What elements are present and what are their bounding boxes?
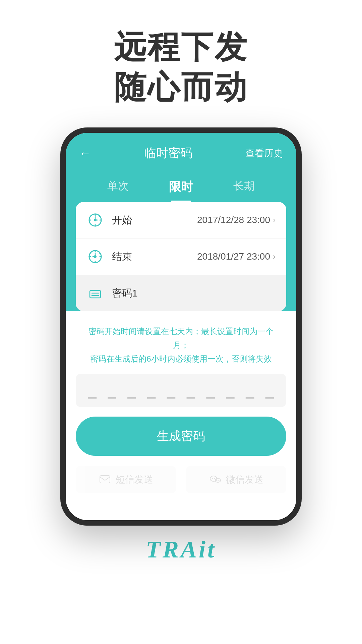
header-title: 临时密码 <box>144 145 192 161</box>
hero-title: 远程下发 随心而动 <box>114 27 248 107</box>
start-label: 开始 <box>112 213 197 227</box>
start-row[interactable]: 开始 2017/12/28 23:00 › <box>76 202 286 238</box>
pw-digit-8: _ <box>221 383 240 398</box>
brand-name: TRAit <box>146 536 216 564</box>
history-button[interactable]: 查看历史 <box>245 147 283 160</box>
pw-digit-9: _ <box>240 383 260 398</box>
svg-point-22 <box>212 478 213 479</box>
phone-shell: ← 临时密码 查看历史 单次 限时 长期 <box>60 127 302 526</box>
hero-line1: 远程下发 <box>114 27 248 67</box>
pw-digit-10: _ <box>260 383 280 398</box>
password-icon <box>86 284 104 302</box>
phone-inner: ← 临时密码 查看历史 单次 限时 长期 <box>66 133 296 520</box>
svg-point-25 <box>218 480 219 481</box>
sms-share-button[interactable]: 短信发送 <box>76 466 176 493</box>
start-value: 2017/12/28 23:00 <box>197 215 270 225</box>
end-value: 2018/01/27 23:00 <box>197 251 270 262</box>
hero-line2: 随心而动 <box>114 67 248 107</box>
tab-single[interactable]: 单次 <box>87 173 149 202</box>
phone-mockup: ← 临时密码 查看历史 单次 限时 长期 <box>60 127 302 526</box>
svg-rect-19 <box>100 476 110 483</box>
pw-digit-3: _ <box>122 383 142 398</box>
back-button[interactable]: ← <box>79 147 91 159</box>
app-header: ← 临时密码 查看历史 <box>66 133 296 169</box>
tab-limited[interactable]: 限时 <box>149 173 213 202</box>
svg-rect-16 <box>90 290 101 298</box>
password-display: _ _ _ _ _ _ _ _ _ _ <box>76 374 286 407</box>
brand-footer: TRAit <box>146 536 216 564</box>
pw-digit-1: _ <box>82 383 102 398</box>
end-icon <box>86 248 104 265</box>
wechat-label: 微信发送 <box>226 473 263 486</box>
wechat-share-button[interactable]: 微信发送 <box>186 466 286 493</box>
password-row[interactable]: 密码1 <box>76 275 286 311</box>
sms-label: 短信发送 <box>116 473 153 486</box>
pw-digit-6: _ <box>181 383 201 398</box>
end-row[interactable]: 结束 2018/01/27 23:00 › <box>76 238 286 275</box>
page-wrapper: 远程下发 随心而动 ← 临时密码 查看历史 单次 <box>0 0 362 644</box>
end-chevron: › <box>273 252 276 261</box>
end-label: 结束 <box>112 250 197 264</box>
pw-digit-2: _ <box>102 383 122 398</box>
tabs-row: 单次 限时 长期 <box>66 169 296 202</box>
app-ui: ← 临时密码 查看历史 单次 限时 长期 <box>66 133 296 520</box>
tab-long[interactable]: 长期 <box>213 173 275 202</box>
svg-point-23 <box>214 478 215 479</box>
pw-digit-4: _ <box>141 383 161 398</box>
generate-button[interactable]: 生成密码 <box>76 417 286 456</box>
card-area: 开始 2017/12/28 23:00 › <box>66 202 296 311</box>
body-section: 密码开始时间请设置在七天内；最长设置时间为一个月；密码在生成后的6小时内必须使用… <box>66 311 296 374</box>
start-chevron: › <box>273 215 276 225</box>
reflection <box>66 493 296 520</box>
form-card: 开始 2017/12/28 23:00 › <box>76 202 286 311</box>
pw-digit-7: _ <box>201 383 221 398</box>
bottom-share: 短信发送 微信发送 <box>76 466 286 493</box>
password-name-label: 密码1 <box>112 286 276 300</box>
pw-digit-5: _ <box>161 383 181 398</box>
start-icon <box>86 211 104 229</box>
notice-text: 密码开始时间请设置在七天内；最长设置时间为一个月；密码在生成后的6小时内必须使用… <box>76 318 286 374</box>
svg-point-24 <box>216 480 217 481</box>
